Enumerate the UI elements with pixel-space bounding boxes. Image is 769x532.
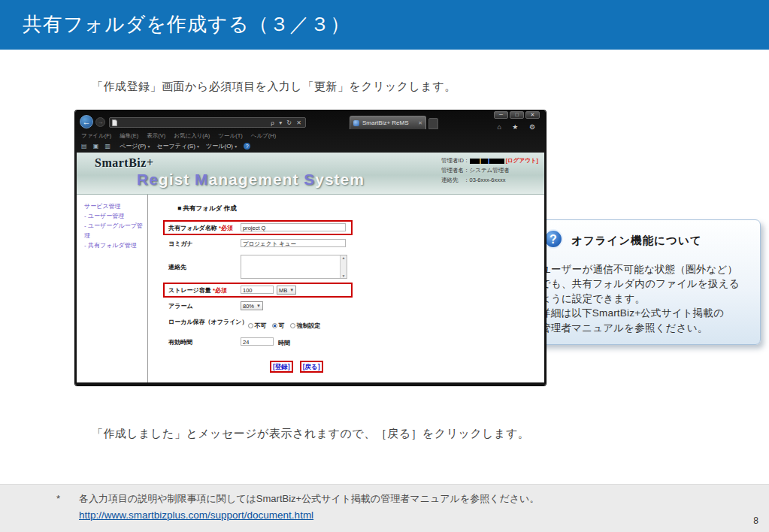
tab-close-icon[interactable]: ✕	[418, 120, 422, 126]
chevron-down-icon: ▾	[147, 144, 150, 149]
section-title: ■ 共有フォルダ 作成	[177, 204, 544, 213]
address-bar[interactable]: ρ ▾ ↻ ✕	[109, 117, 306, 128]
yomigana-input[interactable]: プロジェクト キュー	[241, 239, 346, 247]
forward-button[interactable]: →	[95, 117, 105, 127]
help-icon[interactable]: ?	[244, 143, 250, 150]
browser-command-bar: ▤ ▣ ▥ ページ(P) ▾ セーフティ(S) ▾ ツール(O) ▾ ?	[81, 142, 250, 150]
chevron-down-icon: ▾	[197, 144, 199, 149]
new-tab-button[interactable]	[428, 118, 438, 129]
alarm-select[interactable]: 80%▼	[241, 301, 263, 310]
storage-input[interactable]: 100	[241, 286, 274, 294]
tab-title: SmartBiz+ ReMS	[362, 119, 409, 126]
register-button[interactable]: [登録]	[270, 361, 293, 373]
form-row-offline: ローカル保存（オフライン） 不可可強制設定	[163, 314, 353, 334]
valid-time-input[interactable]: 24	[241, 337, 274, 346]
admin-name-row: 管理者名：システム管理者	[441, 165, 538, 175]
chevron-down-icon: ▼	[289, 288, 294, 292]
sidebar-item-user-groups[interactable]: - ユーザーグループ管理	[84, 221, 147, 240]
instruction-step-1: 「作成登録」画面から必須項目を入力し「更新」をクリックします。	[92, 80, 456, 94]
form-buttons: [登録] [戻る]	[270, 361, 544, 373]
menu-tools[interactable]: ツール(T)	[218, 132, 242, 140]
page-title: 共有フォルダを作成する（３／３）	[0, 0, 769, 38]
tab-favicon	[353, 120, 359, 126]
menu-favorites[interactable]: お気に入り(A)	[174, 132, 210, 140]
site-header: SmartBiz+ Regist Management System 管理者ID…	[77, 153, 544, 195]
admin-id-row: 管理者ID： [ログアウト]	[441, 156, 538, 165]
sidebar-item-shared-folders[interactable]: - 共有フォルダ管理	[84, 240, 147, 250]
radio-disallow[interactable]	[248, 323, 253, 328]
command-safety[interactable]: セーフティ(S) ▾	[156, 142, 199, 150]
form-row-alarm: アラーム 80%▼	[163, 298, 353, 313]
system-title: Regist Management System	[137, 171, 365, 189]
offline-callout: ? オフライン機能について ユーザーが通信不可能な状態（圏外など） でも、共有フ…	[531, 219, 761, 345]
smartbiz-logo: SmartBiz+	[95, 156, 154, 170]
return-button[interactable]: [戻る]	[300, 361, 323, 373]
sidebar-nav: サービス管理 - ユーザー管理 - ユーザーグループ管理 - 共有フォルダ管理	[77, 195, 148, 382]
site-content: サービス管理 - ユーザー管理 - ユーザーグループ管理 - 共有フォルダ管理 …	[77, 195, 544, 382]
folder-name-input[interactable]: project Q	[241, 223, 346, 231]
form-row-valid-time: 有効時間 24 時間	[163, 334, 353, 350]
callout-title: オフライン機能について	[571, 234, 702, 248]
sidebar-item-users[interactable]: - ユーザー管理	[84, 211, 147, 221]
chevron-down-icon: ▾	[235, 144, 237, 149]
menu-help[interactable]: ヘルプ(H)	[251, 132, 276, 140]
page-icon	[112, 119, 117, 126]
callout-body: ユーザーが通信不可能な状態（圏外など） でも、共有フォルダ内のファイルを扱える …	[540, 262, 757, 335]
browser-tab[interactable]: SmartBiz+ ReMS ✕	[350, 116, 426, 129]
command-bar-icons[interactable]: ▤ ▣ ▥	[81, 143, 113, 150]
browser-window: ─ □ ✕ ← → ρ ▾ ↻ ✕ SmartBiz+ ReMS ✕ ⌂ ★ ⚙…	[75, 110, 546, 385]
instruction-step-2: 「作成しました」とメッセージが表示されますので、［戻る］をクリックします。	[92, 427, 529, 441]
scrollbar[interactable]: ▲▼	[340, 255, 347, 278]
footer-note: *各入力項目の説明や制限事項に関してはSmartBiz+公式サイト掲載の管理者マ…	[56, 492, 539, 506]
form-row-storage: ストレージ容量 *必須 100 MB▼	[163, 283, 353, 298]
logout-link[interactable]: [ログアウト]	[506, 157, 538, 164]
command-tools[interactable]: ツール(O) ▾	[206, 142, 237, 150]
form-row-yomigana: ヨミガナ プロジェクト キュー	[163, 236, 353, 251]
browser-nav-row: ← → ρ ▾ ↻ ✕ SmartBiz+ ReMS ✕ ⌂ ★ ⚙	[75, 113, 546, 131]
chevron-down-icon: ▼	[256, 304, 261, 308]
manual-link[interactable]: http://www.smartbizplus.com/support/docu…	[79, 509, 313, 521]
redacted-admin-id	[470, 159, 504, 164]
page-number: 8	[753, 515, 758, 526]
form-row-folder-name: 共有フォルダ名称 *必須 project Q	[163, 220, 353, 235]
admin-contact-row: 連絡先 ：03-6xxx-6xxxx	[441, 175, 538, 185]
radio-forced[interactable]	[290, 323, 295, 328]
slide-title-bar: 共有フォルダを作成する（３／３）	[0, 0, 769, 50]
question-icon: ?	[543, 229, 563, 249]
form-row-contact: 連絡先 ▲▼	[163, 252, 353, 282]
menu-edit[interactable]: 編集(E)	[120, 132, 138, 140]
home-star-gear-icons[interactable]: ⌂ ★ ⚙	[497, 123, 540, 131]
contact-textarea[interactable]: ▲▼	[241, 255, 347, 279]
admin-info: 管理者ID： [ログアウト] 管理者名：システム管理者 連絡先 ：03-6xxx…	[441, 156, 538, 185]
storage-unit-select[interactable]: MB▼	[277, 286, 296, 295]
address-bar-tools[interactable]: ρ ▾ ↻ ✕	[271, 119, 303, 126]
menu-file[interactable]: ファイル(F)	[81, 132, 111, 140]
menu-view[interactable]: 表示(V)	[147, 132, 165, 140]
back-button[interactable]: ←	[80, 115, 93, 128]
radio-allow[interactable]	[272, 323, 277, 328]
slide-footer: *各入力項目の説明や制限事項に関してはSmartBiz+公式サイト掲載の管理者マ…	[0, 484, 769, 532]
form-area: ■ 共有フォルダ 作成 共有フォルダ名称 *必須 project Q ヨミガナ …	[148, 195, 544, 382]
browser-menu-bar: ファイル(F) 編集(E) 表示(V) お気に入り(A) ツール(T) ヘルプ(…	[81, 132, 276, 140]
sidebar-item-service[interactable]: サービス管理	[84, 201, 147, 211]
command-page[interactable]: ページ(P) ▾	[120, 142, 150, 150]
scroll-up-icon: ▲	[342, 255, 346, 260]
scroll-down-icon: ▼	[342, 274, 346, 278]
